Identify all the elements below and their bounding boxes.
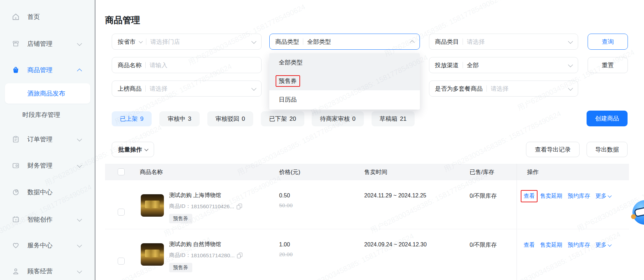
chevron-down-icon xyxy=(608,243,611,246)
store-select[interactable]: 按省市 请选择门店 xyxy=(112,34,262,50)
column-header-sale-time: 售卖时间 xyxy=(364,168,387,176)
sidebar-item-orders[interactable]: 订单管理 xyxy=(0,132,95,147)
data-icon xyxy=(12,188,20,196)
field-separator xyxy=(145,85,146,92)
sidebar-item-label: 订单管理 xyxy=(27,135,53,144)
sidebar-item-products[interactable]: 商品管理 xyxy=(0,62,95,78)
tab-on-shelf[interactable]: 已上架 9 xyxy=(112,111,152,126)
product-name: 测试勿购 自然博物馆 xyxy=(169,241,221,248)
search-button[interactable]: 查询 xyxy=(588,34,628,50)
channel-label: 投放渠道 xyxy=(435,61,459,69)
product-icon xyxy=(12,66,20,74)
batch-actions-button[interactable]: 批量操作 xyxy=(112,142,154,157)
reserve-stock-link[interactable]: 预约库存 xyxy=(568,241,590,249)
tab-merchant-review[interactable]: 待商家审核 0 xyxy=(312,111,364,126)
assistant-mascot[interactable] xyxy=(632,200,644,225)
merchant-console: 首页 店铺管理 商品管理 酒旅商品发布 时段库存管理 订单管理 xyxy=(0,0,644,280)
sidebar-item-smart-creation[interactable]: 智能创作 xyxy=(0,212,95,227)
copy-icon[interactable] xyxy=(237,204,242,209)
product-original-price: 20.00 xyxy=(279,251,293,258)
tab-off-shelf[interactable]: 已下架 20 xyxy=(261,111,304,126)
table-row: 测试勿购 自然博物馆 商品ID： 1810651714280... 预售券 1.… xyxy=(105,229,629,278)
sidebar-subitem-timeslot-inventory[interactable]: 时段库存管理 xyxy=(0,107,95,122)
copy-icon[interactable] xyxy=(237,253,242,258)
tab-count: 9 xyxy=(140,115,143,122)
tab-review-rejected[interactable]: 审核驳回 0 xyxy=(207,111,253,126)
product-name-input[interactable]: 商品名称 请输入 xyxy=(112,57,262,73)
multi-package-select[interactable]: 是否为多套餐商品 请选择 xyxy=(429,80,578,97)
export-log-button[interactable]: 查看导出记录 xyxy=(526,142,580,157)
extend-sale-link[interactable]: 售卖延期 xyxy=(540,241,562,249)
ranked-product-select[interactable]: 上榜商品 请选择 xyxy=(112,80,262,97)
dropdown-option-calendar-item[interactable]: 日历品 xyxy=(269,90,420,109)
sidebar-item-label: 顾客经营 xyxy=(27,267,53,275)
page-title: 商品管理 xyxy=(105,14,140,26)
product-id-label: 商品ID： xyxy=(169,252,191,259)
sidebar-item-service-center[interactable]: 服务中心 xyxy=(0,238,95,253)
chevron-up-icon xyxy=(77,68,82,73)
product-type-select[interactable]: 商品类型 全部类型 xyxy=(269,34,420,50)
ranked-label: 上榜商品 xyxy=(118,85,141,93)
row-checkbox[interactable] xyxy=(118,209,125,216)
export-log-label: 查看导出记录 xyxy=(535,146,571,154)
sidebar-subitem-hotel-travel-publish[interactable]: 酒旅商品发布 xyxy=(5,83,90,104)
category-label: 商品类目 xyxy=(435,38,459,46)
product-id-value: 1810651714280... xyxy=(191,252,235,259)
product-type-dropdown: 全部类型 预售券 日历品 xyxy=(269,53,420,110)
product-id-value: 1815607110426... xyxy=(191,203,234,210)
table-header: 商品名称 价格(元) 售卖时间 已售/库存 操作 xyxy=(105,164,629,180)
reserve-stock-link[interactable]: 预约库存 xyxy=(568,192,590,200)
product-type-value: 全部类型 xyxy=(307,38,407,46)
view-link[interactable]: 查看 xyxy=(524,192,535,200)
sidebar-item-shop[interactable]: 店铺管理 xyxy=(0,36,95,51)
sidebar-scroll-divider xyxy=(95,0,96,280)
export-data-button[interactable]: 导出数据 xyxy=(587,142,628,157)
row-checkbox[interactable] xyxy=(118,258,125,265)
view-link-label: 查看 xyxy=(524,192,535,200)
sidebar-item-data-center[interactable]: 数据中心 xyxy=(0,184,95,200)
field-separator xyxy=(486,85,487,92)
chevron-down-icon xyxy=(251,38,256,43)
tab-count: 3 xyxy=(188,115,191,122)
product-type-tag: 预售券 xyxy=(169,263,192,272)
more-link[interactable]: 更多 xyxy=(595,241,611,249)
chevron-down-icon xyxy=(77,162,82,167)
create-product-button[interactable]: 创建商品 xyxy=(587,111,628,126)
multi-package-placeholder: 请选择 xyxy=(491,85,565,93)
order-icon xyxy=(12,135,20,144)
export-data-label: 导出数据 xyxy=(595,146,619,154)
sidebar-item-customer-ops[interactable]: 顾客经营 xyxy=(0,264,95,279)
chevron-down-icon xyxy=(77,216,82,221)
channel-select[interactable]: 投放渠道 全部 xyxy=(429,57,578,73)
product-type-label: 商品类型 xyxy=(275,38,299,46)
category-placeholder: 请选择 xyxy=(467,38,565,46)
create-icon xyxy=(12,215,20,224)
tab-label: 已下架 xyxy=(269,115,287,123)
field-separator xyxy=(145,62,146,68)
category-select[interactable]: 商品类目 请选择 xyxy=(429,34,578,50)
tab-drafts[interactable]: 草稿箱 21 xyxy=(372,111,415,126)
sidebar-item-finance[interactable]: 财务管理 xyxy=(0,158,95,173)
dropdown-option-all-types[interactable]: 全部类型 xyxy=(269,53,420,72)
watermark-text: 用户6283003458385: 15817785490624 xyxy=(383,0,503,58)
product-id: 商品ID： 1815607110426... xyxy=(169,203,242,210)
sidebar-item-home[interactable]: 首页 xyxy=(0,9,95,24)
more-link-label: 更多 xyxy=(595,192,607,200)
tab-label: 审核中 xyxy=(168,115,186,123)
row-actions: 查看 售卖延期 预约库存 更多 xyxy=(524,241,611,249)
column-header-sold-stock: 已售/库存 xyxy=(470,168,494,176)
shop-icon xyxy=(12,40,20,48)
chevron-down-icon xyxy=(568,62,573,67)
extend-sale-link[interactable]: 售卖延期 xyxy=(540,192,562,200)
column-header-price: 价格(元) xyxy=(279,168,300,176)
view-link[interactable]: 查看 xyxy=(524,241,535,249)
finance-icon xyxy=(12,161,20,170)
chevron-down-icon xyxy=(77,136,82,141)
more-link[interactable]: 更多 xyxy=(595,192,611,200)
column-header-actions: 操作 xyxy=(527,168,539,176)
dropdown-option-presale-voucher[interactable]: 预售券 xyxy=(269,72,420,90)
select-all-checkbox[interactable] xyxy=(118,168,125,175)
tab-in-review[interactable]: 审核中 3 xyxy=(159,111,200,126)
tab-label: 待商家审核 xyxy=(320,115,350,123)
reset-button[interactable]: 重置 xyxy=(588,57,628,73)
